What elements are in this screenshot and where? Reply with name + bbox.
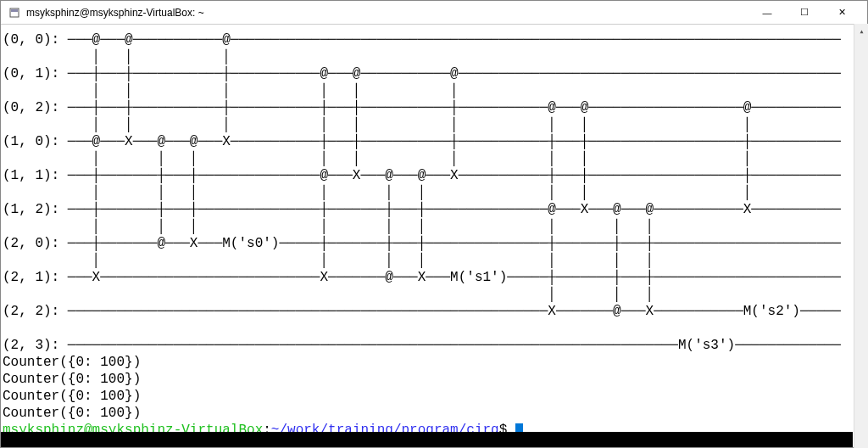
counter-line: Counter({0: 100}): [3, 389, 141, 404]
circuit-line: │ │ │: [3, 287, 654, 302]
svg-rect-1: [11, 9, 18, 12]
app-icon: [8, 6, 21, 20]
bottom-bar: [1, 432, 853, 447]
scroll-up-icon[interactable]: ▴: [854, 24, 868, 38]
circuit-line: │ │ │ │ │ │ │ │ │: [3, 219, 654, 234]
circuit-line: (0, 2): ───┼───┼───────────┼───────────┼…: [3, 100, 841, 115]
circuit-line: (2, 2): ────────────────────────────────…: [3, 304, 841, 319]
close-button[interactable]: ✕: [823, 2, 860, 24]
circuit-line: │ │ │: [3, 49, 231, 64]
circuit-line: │ │ │ │ │ │ │: [3, 253, 654, 268]
counter-line: Counter({0: 100}): [3, 355, 141, 370]
circuit-line: │ │ │ │ │ │ │ │ │: [3, 151, 751, 166]
circuit-line: │ │ │ │ │ │ │ │ │: [3, 185, 751, 200]
circuit-line: (2, 3): ────────────────────────────────…: [3, 338, 841, 353]
circuit-line: │ │ │ │ │ │ │ │ │: [3, 117, 751, 132]
window-title: msyksphinz@msyksphinz-VirtualBox: ~: [26, 7, 748, 19]
minimize-button[interactable]: —: [748, 2, 786, 24]
scrollbar[interactable]: ▴: [854, 24, 868, 448]
circuit-line: (0, 1): ───┼───┼───────────┼───────────@…: [3, 66, 841, 81]
circuit-line: (1, 2): ───┼───────┼───┼───────────────┼…: [3, 202, 841, 217]
terminal-window: msyksphinz@msyksphinz-VirtualBox: ~ — ☐ …: [0, 0, 868, 448]
circuit-line: (1, 0): ───@───X───@───@───X───────────┼…: [3, 134, 841, 149]
titlebar: msyksphinz@msyksphinz-VirtualBox: ~ — ☐ …: [1, 1, 867, 25]
circuit-line: (2, 0): ───┼───────@───X───M('s0')─────┼…: [3, 236, 841, 251]
circuit-line: │ │ │ │ │ │: [3, 83, 459, 98]
counter-line: Counter({0: 100}): [3, 372, 141, 387]
window-controls: — ☐ ✕: [748, 2, 860, 24]
circuit-line: (0, 0): ───@───@───────────@────────────…: [3, 32, 841, 48]
circuit-line: (1, 1): ───┼───────┼───┼───────────────@…: [3, 168, 841, 183]
circuit-line: (2, 1): ───X───────────────────────────X…: [3, 270, 841, 285]
maximize-button[interactable]: ☐: [786, 2, 823, 24]
terminal-output[interactable]: (0, 0): ───@───@───────────@────────────…: [1, 25, 867, 447]
counter-line: Counter({0: 100}): [3, 406, 141, 421]
